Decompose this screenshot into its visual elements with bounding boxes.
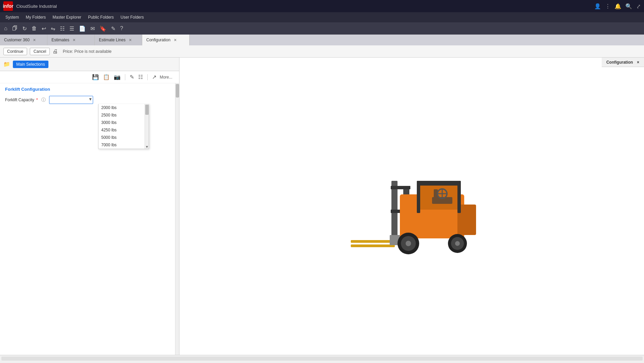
close-tab-configuration[interactable]: × (174, 37, 176, 43)
required-star: * (36, 98, 38, 102)
tab-estimate-lines[interactable]: Estimate Lines × (95, 35, 142, 45)
svg-rect-1 (351, 244, 395, 247)
tab-customer-360[interactable]: Customer 360 × (0, 35, 47, 45)
left-panel-header: 📁 Main Selections (0, 58, 179, 71)
action-bar: Continue Cancel 🖨 Price: Price is not av… (0, 45, 644, 58)
price-info: Price: Price is not available (63, 49, 111, 54)
forklift-capacity-label: Forklift Capacity * ⓘ (5, 97, 49, 103)
horizontal-scrollbar[interactable] (1, 357, 643, 361)
option-5000lbs[interactable]: 5000 lbs (99, 134, 149, 141)
bottom-bar (0, 355, 644, 362)
forklift-capacity-row: Forklift Capacity * ⓘ ▼ 2000 lbs 2500 lb… (5, 96, 174, 104)
tab-configuration[interactable]: Configuration × (142, 35, 190, 45)
continue-button[interactable]: Continue (3, 48, 27, 55)
grid-icon[interactable]: ⋮ (605, 3, 610, 9)
left-panel: 📁 Main Selections 💾 📋 📷 ✎ ☷ ↗ More... Fo… (0, 58, 179, 355)
config-section: Forklift Configuration Forklift Capacity… (0, 83, 179, 355)
folder-icon: 📁 (3, 61, 10, 67)
capacity-dropdown: 2000 lbs 2500 lbs 3000 lbs 4250 lbs 5000… (98, 104, 149, 149)
refresh-icon[interactable]: ↻ (21, 25, 28, 33)
option-2000lbs[interactable]: 2000 lbs (99, 104, 149, 111)
scroll-thumb (176, 84, 179, 98)
sep1 (125, 74, 125, 80)
tab-label: Estimates (51, 38, 69, 42)
delete-icon[interactable]: 🗑 (30, 25, 38, 32)
menu-system[interactable]: System (3, 14, 22, 20)
close-tab-estimate-lines[interactable]: × (129, 37, 132, 43)
main-content: 📁 Main Selections 💾 📋 📷 ✎ ☷ ↗ More... Fo… (0, 58, 644, 355)
document-icon[interactable]: 📄 (78, 25, 87, 33)
pencil-icon[interactable]: ✎ (129, 73, 135, 81)
option-4250lbs[interactable]: 4250 lbs (99, 126, 149, 134)
nav-icons: 👤 ⋮ 🔔 🔍 ⤤ (594, 3, 641, 9)
print-icon[interactable]: 🖨 (52, 48, 58, 55)
option-2500lbs[interactable]: 2500 lbs (99, 111, 149, 119)
dropdown-scrollbar: ▼ (145, 104, 149, 149)
external-link-icon[interactable]: ↗ (151, 73, 157, 81)
logo-icon: infor (3, 1, 13, 11)
tab-label: Estimate Lines (99, 38, 126, 42)
toolbar: ⌂ 🗍 ↻ 🗑 ↩ ⇋ ☷ ☰ 📄 ✉ 🔖 ✎ ? (0, 22, 644, 35)
tabs: Customer 360 × Estimates × Estimate Line… (0, 35, 644, 45)
dropdown-wrapper: ▼ 2000 lbs 2500 lbs 3000 lbs 4250 lbs 50… (49, 96, 93, 104)
svg-point-20 (406, 241, 411, 246)
dropdown-scroll-thumb (145, 105, 149, 115)
user-icon[interactable]: 👤 (594, 3, 601, 9)
svg-rect-10 (417, 181, 461, 186)
arrows-icon[interactable]: ⇋ (49, 25, 57, 33)
info-icon[interactable]: ⓘ (41, 97, 46, 103)
forklift-capacity-input[interactable] (49, 96, 93, 104)
dropdown-arrow-icon[interactable]: ▼ (88, 97, 92, 102)
menu-master-explorer[interactable]: Master Explorer (50, 14, 84, 20)
tab-label: Configuration (146, 38, 170, 42)
svg-rect-12 (457, 181, 461, 213)
close-tab-estimates[interactable]: × (73, 37, 76, 43)
svg-rect-11 (417, 181, 420, 213)
tab-label: Customer 360 (4, 38, 29, 42)
copy-icon[interactable]: 🗍 (11, 25, 19, 32)
section-title: Forklift Configuration (5, 87, 174, 92)
search-icon[interactable]: 🔍 (625, 3, 632, 9)
copy2-icon[interactable]: 📋 (102, 73, 110, 81)
grid-view-icon[interactable]: ☷ (59, 25, 66, 33)
app-name: CloudSuite Industrial (16, 4, 591, 9)
more-label[interactable]: More... (160, 75, 172, 80)
svg-rect-0 (351, 240, 395, 243)
expand-icon[interactable]: ⤤ (636, 3, 641, 9)
svg-rect-4 (391, 186, 410, 189)
undo-icon[interactable]: ↩ (40, 25, 47, 33)
menu-public-folders[interactable]: Public Folders (85, 14, 116, 20)
list-view-icon[interactable]: ☰ (68, 25, 76, 33)
forklift-svg (344, 154, 479, 262)
home-icon[interactable]: ⌂ (3, 25, 9, 32)
forklift-image (344, 154, 479, 272)
main-selections-button[interactable]: Main Selections (13, 61, 48, 68)
help-icon[interactable]: ? (119, 25, 125, 32)
top-navigation: infor CloudSuite Industrial 👤 ⋮ 🔔 🔍 ⤤ (0, 0, 644, 12)
menu-my-folders[interactable]: My Folders (23, 14, 48, 20)
option-7000lbs[interactable]: 7000 lbs (99, 141, 149, 149)
bell-icon[interactable]: 🔔 (615, 3, 621, 9)
bookmark-icon[interactable]: 🔖 (98, 25, 108, 33)
save-icon[interactable]: 💾 (91, 73, 100, 81)
menu-user-folders[interactable]: User Folders (118, 14, 147, 20)
tab-estimates[interactable]: Estimates × (47, 35, 95, 45)
grid2-icon[interactable]: ☷ (137, 73, 144, 81)
right-panel: Configuration × (179, 58, 644, 355)
close-tab-customer360[interactable]: × (33, 37, 36, 43)
tab-spacer (190, 35, 644, 45)
left-panel-scrollbar[interactable] (175, 83, 179, 355)
config-tab-right-label: Configuration × (602, 58, 644, 67)
menu-bar: System My Folders Master Explorer Public… (0, 12, 644, 22)
svg-point-23 (455, 241, 460, 246)
image-icon[interactable]: 📷 (113, 73, 121, 81)
option-3000lbs[interactable]: 3000 lbs (99, 119, 149, 126)
cancel-button[interactable]: Cancel (30, 48, 50, 55)
sep2 (147, 74, 148, 80)
email-icon[interactable]: ✉ (89, 25, 96, 33)
left-panel-inner-toolbar: 💾 📋 📷 ✎ ☷ ↗ More... (0, 71, 179, 83)
scroll-down-arrow[interactable]: ▼ (145, 145, 149, 149)
edit-icon[interactable]: ✎ (110, 25, 117, 33)
close-right-panel-icon[interactable]: × (637, 60, 639, 65)
